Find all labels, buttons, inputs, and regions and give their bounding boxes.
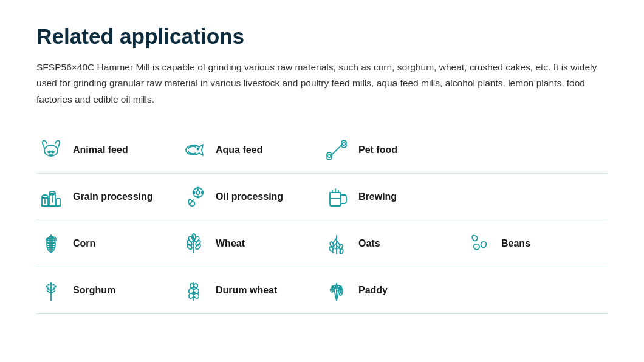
svg-point-22 xyxy=(197,188,199,190)
svg-point-5 xyxy=(197,148,199,150)
svg-point-25 xyxy=(193,192,195,194)
app-label-oil-processing: Oil processing xyxy=(216,191,283,202)
svg-rect-14 xyxy=(42,195,48,199)
beans-icon xyxy=(465,229,494,258)
svg-point-58 xyxy=(47,284,50,286)
svg-point-64 xyxy=(50,287,52,289)
app-label-corn: Corn xyxy=(73,238,95,249)
app-item-pet-food[interactable]: Pet food xyxy=(322,127,465,174)
page-title: Related applications xyxy=(36,24,608,49)
svg-line-68 xyxy=(51,291,55,293)
app-item-wheat[interactable]: Wheat xyxy=(179,220,322,267)
app-item-oil-processing[interactable]: Oil processing xyxy=(179,174,322,220)
empty-cell-1 xyxy=(465,127,608,174)
app-label-pet-food: Pet food xyxy=(358,145,397,155)
app-item-oats[interactable]: Oats xyxy=(322,220,465,267)
app-label-aqua-feed: Aqua feed xyxy=(216,145,262,155)
app-label-sorghum: Sorghum xyxy=(73,285,115,296)
svg-point-4 xyxy=(53,152,53,152)
app-label-paddy: Paddy xyxy=(358,285,388,296)
app-label-grain-processing: Grain processing xyxy=(73,191,153,202)
app-item-durum-wheat[interactable]: Durum wheat xyxy=(179,267,322,314)
durum-wheat-icon xyxy=(179,276,208,305)
app-item-paddy[interactable]: Paddy xyxy=(322,267,465,314)
corn-icon xyxy=(36,229,66,258)
app-item-beans[interactable]: Beans xyxy=(465,220,608,267)
aqua-feed-icon xyxy=(179,135,208,165)
wheat-icon xyxy=(179,229,208,258)
pet-food-icon xyxy=(322,135,351,165)
app-label-wheat: Wheat xyxy=(216,238,245,249)
svg-line-67 xyxy=(47,291,51,293)
empty-cell-3 xyxy=(465,267,608,314)
svg-point-3 xyxy=(49,152,50,152)
app-item-animal-feed[interactable]: Animal feed xyxy=(36,127,179,174)
svg-point-24 xyxy=(197,196,199,198)
app-label-animal-feed: Animal feed xyxy=(73,145,128,155)
app-item-grain-processing[interactable]: Grain processing xyxy=(36,174,179,220)
svg-point-59 xyxy=(52,284,55,286)
svg-point-61 xyxy=(54,285,57,288)
svg-line-6 xyxy=(331,144,343,156)
app-item-aqua-feed[interactable]: Aqua feed xyxy=(179,127,322,174)
page-description: SFSP56×40C Hammer Mill is capable of gri… xyxy=(36,60,608,108)
app-item-corn[interactable]: Corn xyxy=(36,220,179,267)
oats-icon xyxy=(322,229,351,258)
sorghum-icon xyxy=(36,276,66,305)
brewing-icon xyxy=(322,182,351,211)
app-label-beans: Beans xyxy=(501,238,530,249)
svg-point-60 xyxy=(46,285,48,288)
app-label-oats: Oats xyxy=(358,238,380,249)
app-item-sorghum[interactable]: Sorghum xyxy=(36,267,179,314)
applications-grid: Animal feed Aqua feed xyxy=(36,127,608,314)
grain-processing-icon xyxy=(36,182,66,211)
paddy-icon xyxy=(322,276,351,305)
svg-point-57 xyxy=(50,282,52,285)
svg-point-23 xyxy=(202,192,204,194)
app-label-durum-wheat: Durum wheat xyxy=(216,285,277,296)
svg-rect-16 xyxy=(57,199,60,206)
app-label-brewing: Brewing xyxy=(358,191,397,202)
empty-cell-2 xyxy=(465,174,608,220)
svg-point-21 xyxy=(196,191,200,194)
svg-line-48 xyxy=(333,238,337,243)
svg-rect-15 xyxy=(49,191,55,195)
app-item-brewing[interactable]: Brewing xyxy=(322,174,465,220)
animal-feed-icon xyxy=(36,135,66,165)
oil-processing-icon xyxy=(179,182,208,211)
